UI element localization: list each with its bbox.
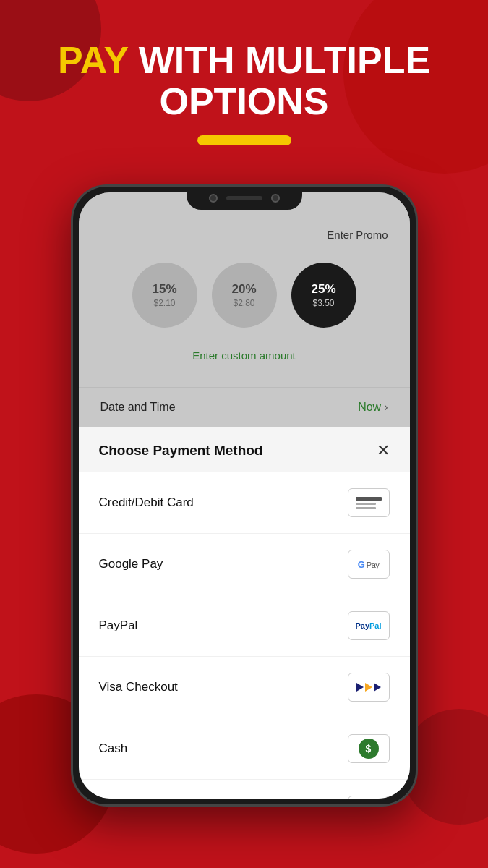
datetime-row[interactable]: Date and Time Now › [79, 387, 410, 427]
header-title: PAY WITH MULTIPLEOPTIONS [0, 40, 488, 122]
tip-amount-15: $2.10 [153, 298, 175, 308]
phone-frame: Enter Promo 15% $2.10 20% $2.80 25% [71, 184, 418, 807]
tip-percent-20: 20% [231, 282, 256, 297]
tip-option-20[interactable]: 20% $2.80 [212, 263, 277, 328]
tip-section: 15% $2.10 20% $2.80 25% $3.50 [100, 255, 388, 342]
cash-label: Cash [99, 741, 128, 756]
notch-speaker [226, 196, 262, 200]
tip-percent-15: 15% [152, 282, 176, 297]
header-rest: WITH MULTIPLEOPTIONS [139, 39, 430, 122]
payment-option-card[interactable]: Credit/Debit Card [79, 472, 410, 534]
visa-label: Visa Checkout [99, 680, 178, 694]
credit-card-icon [356, 497, 382, 509]
payment-option-giftcard[interactable]: Gift Card 🎁 [79, 780, 410, 799]
phone-wrapper: Enter Promo 15% $2.10 20% $2.80 25% [0, 184, 488, 807]
card-label: Credit/Debit Card [99, 495, 194, 510]
pay-word: PAY [58, 39, 128, 81]
paypal-label: PayPal [99, 618, 138, 633]
payment-modal-title: Choose Payment Method [99, 443, 263, 459]
payment-modal: Choose Payment Method ✕ Credit/Debit Car… [79, 427, 410, 799]
visa-icon-box [348, 673, 390, 702]
header-pill [197, 135, 291, 145]
notch-camera-2 [271, 194, 280, 203]
phone-vol-down [71, 299, 72, 328]
paypal-icon-box: PayPal [348, 611, 390, 640]
phone-notch [187, 187, 302, 210]
payment-option-gpay[interactable]: Google Pay G Pay [79, 534, 410, 595]
app-top: Enter Promo 15% $2.10 20% $2.80 25% [79, 192, 410, 387]
enter-promo-link[interactable]: Enter Promo [100, 229, 388, 241]
phone-screen: Enter Promo 15% $2.10 20% $2.80 25% [79, 192, 410, 799]
chevron-right-icon: › [384, 401, 388, 414]
giftcard-icon-box: 🎁 [348, 796, 390, 799]
tip-option-15[interactable]: 15% $2.10 [132, 263, 197, 328]
custom-amount-link[interactable]: Enter custom amount [100, 342, 388, 373]
tip-amount-25: $3.50 [312, 298, 334, 308]
gpay-icon-box: G Pay [348, 550, 390, 579]
screen-content: Enter Promo 15% $2.10 20% $2.80 25% [79, 192, 410, 799]
tip-percent-25: 25% [311, 282, 335, 297]
payment-option-paypal[interactable]: PayPal PayPal [79, 595, 410, 657]
close-modal-button[interactable]: ✕ [377, 443, 390, 459]
card-icon-box [348, 488, 390, 517]
datetime-value: Now › [358, 401, 388, 414]
paypal-icon: PayPal [355, 621, 381, 630]
payment-modal-header: Choose Payment Method ✕ [79, 427, 410, 472]
gpay-label: Google Pay [99, 557, 163, 571]
payment-option-cash[interactable]: Cash $ [79, 718, 410, 780]
cash-icon: $ [359, 739, 379, 759]
payment-option-visa[interactable]: Visa Checkout [79, 657, 410, 718]
gpay-icon: G Pay [358, 559, 380, 570]
cash-icon-box: $ [348, 734, 390, 763]
header-section: PAY WITH MULTIPLEOPTIONS [0, 0, 488, 163]
visa-checkout-icon [356, 683, 381, 692]
tip-amount-20: $2.80 [233, 298, 254, 308]
datetime-label: Date and Time [100, 401, 176, 414]
notch-camera [209, 194, 218, 203]
phone-power-button [416, 273, 418, 317]
tip-option-25[interactable]: 25% $3.50 [291, 263, 356, 328]
phone-vol-up [71, 259, 72, 288]
